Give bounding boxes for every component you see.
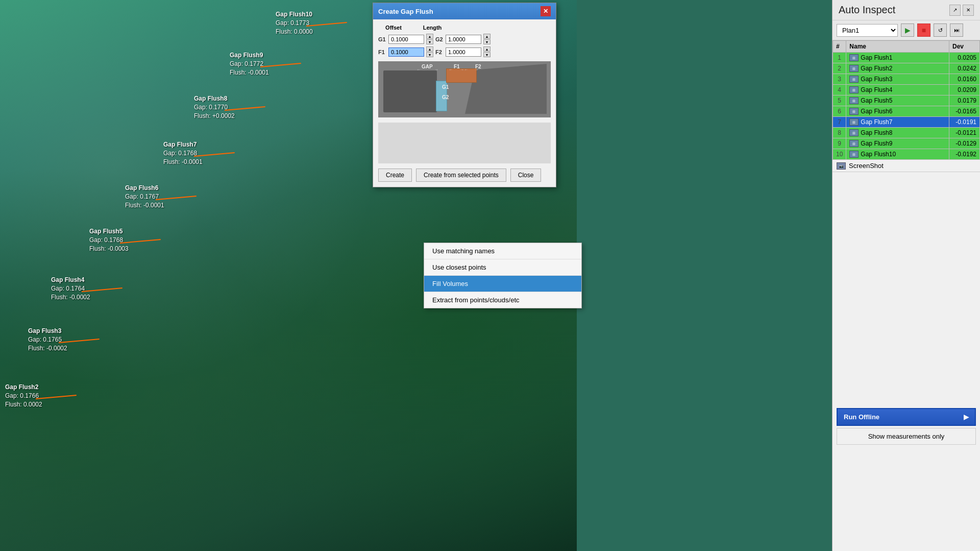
context-menu-item[interactable]: Extract from points/clouds/etc	[424, 292, 581, 308]
f2-spin-down[interactable]: ▼	[483, 52, 491, 57]
row-number: 9	[833, 138, 846, 149]
row-icon: ⊞	[849, 97, 859, 104]
table-row[interactable]: 2⊞Gap Flush20.0242	[833, 63, 980, 74]
close-button[interactable]: Close	[510, 169, 542, 182]
f1f2-separator: →←	[460, 67, 468, 72]
run-offline-section: Run Offline ▶ Show measurements only	[832, 404, 980, 449]
row-label: Gap Flush1	[861, 54, 892, 61]
gap-flush-diagram: GAP F1 F2 G1 G2 ← → ← →← →	[378, 61, 551, 117]
table-row[interactable]: 4⊞Gap Flush40.0209	[833, 85, 980, 95]
create-button[interactable]: Create	[378, 169, 412, 182]
row-dev: 0.0209	[949, 85, 980, 95]
row-name: ⊞Gap Flush10	[846, 149, 949, 160]
table-row[interactable]: 8⊞Gap Flush8-0.0121	[833, 128, 980, 138]
offset-header: Offset	[378, 25, 409, 31]
ann-flush: Flush: 0.0002	[5, 400, 42, 409]
f1-spin-down[interactable]: ▼	[426, 52, 433, 57]
f2-input[interactable]	[446, 47, 481, 57]
inspect-table-body: 1⊞Gap Flush10.02052⊞Gap Flush20.02423⊞Ga…	[833, 53, 980, 160]
context-menu-item[interactable]: Fill Volumes	[424, 276, 581, 292]
col-dev: Dev	[949, 41, 980, 53]
row-dev: 0.0160	[949, 74, 980, 85]
gap-annotation-6: Gap Flush6 Gap: 0.1767 Flush: -0.0001	[125, 184, 164, 209]
g1-spin-down[interactable]: ▼	[426, 39, 433, 44]
table-row[interactable]: 6⊞Gap Flush6-0.0165	[833, 106, 980, 117]
auto-inspect-panel: Auto Inspect ↗ ✕ Plan1 ▶ ■ ↺ ⏭ # Name De…	[832, 0, 980, 551]
context-menu-item[interactable]: Use matching names	[424, 243, 581, 259]
table-row[interactable]: 9⊞Gap Flush9-0.0129	[833, 138, 980, 149]
screenshot-row: 📷 ScreenShot	[832, 160, 980, 172]
g1-input[interactable]	[388, 35, 424, 44]
dialog-titlebar: Create Gap Flush ✕	[373, 3, 556, 19]
gap-annotation-3: Gap Flush3 Gap: 0.1765 Flush: -0.0002	[28, 327, 67, 352]
dialog-buttons: Create Create from selected points Close	[378, 169, 551, 182]
play-button[interactable]: ▶	[901, 23, 914, 37]
row-name: ⊞Gap Flush1	[846, 53, 949, 63]
row-number: 1	[833, 53, 846, 63]
row-name: ⊞Gap Flush2	[846, 63, 949, 74]
row-icon: ⊞	[849, 54, 859, 61]
plan-row: Plan1 ▶ ■ ↺ ⏭	[832, 20, 980, 40]
panel-controls: ↗ ✕	[949, 5, 974, 16]
length-header: Length	[412, 25, 453, 31]
f1-spinner[interactable]: ▲ ▼	[426, 46, 433, 57]
run-offline-arrow: ▶	[964, 413, 969, 421]
table-row[interactable]: 5⊞Gap Flush50.0179	[833, 95, 980, 106]
ann-name: Gap Flush9	[230, 51, 269, 60]
row-name: ⊞Gap Flush8	[846, 128, 949, 138]
gap-annotation-10: Gap Flush10 Gap: 0.1773 Flush: 0.0000	[276, 10, 313, 36]
auto-inspect-header: Auto Inspect ↗ ✕	[832, 0, 980, 20]
panel-restore-button[interactable]: ↗	[949, 5, 961, 16]
row-number: 6	[833, 106, 846, 117]
table-row[interactable]: 1⊞Gap Flush10.0205	[833, 53, 980, 63]
row-icon: ⊞	[849, 76, 859, 83]
g2-spin-down[interactable]: ▼	[483, 39, 491, 44]
dialog-gray-area	[378, 123, 551, 163]
g1-spin-up[interactable]: ▲	[426, 34, 433, 39]
f1-spin-up[interactable]: ▲	[426, 46, 433, 52]
row-name: ⊞Gap Flush3	[846, 74, 949, 85]
f2-label: F2	[435, 49, 444, 55]
table-row[interactable]: 3⊞Gap Flush30.0160	[833, 74, 980, 85]
skip-button[interactable]: ⏭	[950, 23, 963, 37]
g1-spinner[interactable]: ▲ ▼	[426, 34, 433, 44]
row-name: ⊞Gap Flush5	[846, 95, 949, 106]
create-from-selected-button[interactable]: Create from selected points	[416, 169, 506, 182]
table-row[interactable]: 10⊞Gap Flush10-0.0192	[833, 149, 980, 160]
row-name: ⊞Gap Flush7	[846, 117, 949, 128]
gap-annotation-8: Gap Flush8 Gap: 0.1770 Flush: +0.0002	[194, 94, 235, 120]
g2-input[interactable]	[446, 35, 481, 44]
panel-close-button[interactable]: ✕	[963, 5, 974, 16]
show-measurements-button[interactable]: Show measurements only	[837, 428, 976, 445]
gap-annotation-4: Gap Flush4 Gap: 0.1764 Flush: -0.0002	[51, 276, 90, 301]
g1-diagram-label: G1	[442, 84, 449, 90]
table-row[interactable]: 7⊞Gap Flush7-0.0191	[833, 117, 980, 128]
f2-spinner[interactable]: ▲ ▼	[483, 46, 491, 57]
context-menu-item[interactable]: Use closest points	[424, 259, 581, 276]
create-gap-flush-dialog: Create Gap Flush ✕ Offset Length G1 ▲ ▼ …	[373, 3, 556, 187]
plan-select[interactable]: Plan1	[837, 24, 898, 37]
ann-flush: Flush: -0.0001	[125, 201, 164, 210]
f-arrow-left: ←	[449, 67, 453, 72]
g2-spinner[interactable]: ▲ ▼	[483, 34, 491, 44]
ann-name: Gap Flush10	[276, 10, 313, 19]
row-name: ⊞Gap Flush6	[846, 106, 949, 117]
row-label: Gap Flush6	[861, 108, 892, 115]
g2-spin-up[interactable]: ▲	[483, 34, 491, 39]
auto-inspect-title: Auto Inspect	[839, 4, 895, 16]
run-offline-button[interactable]: Run Offline ▶	[837, 408, 976, 426]
row-number: 8	[833, 128, 846, 138]
f2-spin-up[interactable]: ▲	[483, 46, 491, 52]
row-number: 5	[833, 95, 846, 106]
f1-input[interactable]	[388, 47, 424, 57]
ann-flush: Flush: -0.0001	[163, 158, 203, 166]
row-dev: 0.0242	[949, 63, 980, 74]
gap-arrow-left: ←	[416, 67, 421, 72]
dialog-close-button[interactable]: ✕	[541, 6, 551, 16]
row-icon: ⊞	[849, 65, 859, 72]
ann-name: Gap Flush7	[163, 140, 203, 149]
ann-name: Gap Flush5	[89, 227, 129, 236]
reset-button[interactable]: ↺	[934, 23, 947, 37]
stop-button[interactable]: ■	[917, 23, 930, 37]
row-dev: -0.0129	[949, 138, 980, 149]
